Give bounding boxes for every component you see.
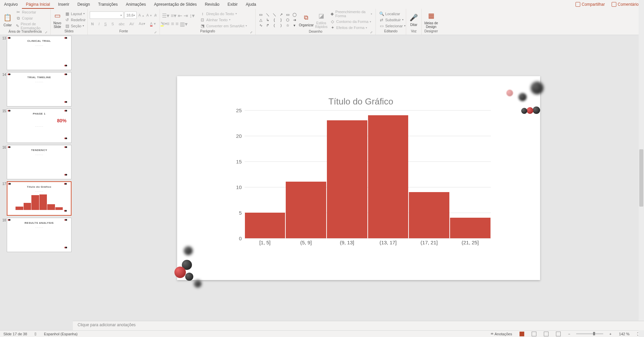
shape-hex-icon[interactable]: ⬡ (285, 18, 291, 22)
increase-indent-button[interactable]: ⇥ (184, 12, 188, 19)
bullets-button[interactable]: ☰▾ (162, 12, 169, 19)
shadow-button[interactable]: abc (117, 22, 126, 26)
shape-curve-icon[interactable]: ∿ (258, 23, 264, 28)
view-sorter-button[interactable] (530, 332, 538, 336)
shape-brace2-icon[interactable]: } (278, 18, 284, 22)
accessibility-button[interactable]: ▯ (33, 332, 38, 336)
slide-thumbnail[interactable]: TRIAL TIMELINE─ ─ ─ ─ ─ (7, 72, 72, 106)
section-button[interactable]: ▤Seção▾ (63, 23, 87, 29)
dialog-launcher-icon[interactable]: ⤢ (250, 31, 253, 34)
shape-arrow-icon[interactable]: ↗ (278, 12, 284, 17)
replace-button[interactable]: ⇄Substituir▾ (378, 17, 407, 23)
tab-transicoes[interactable]: Transições (94, 0, 122, 9)
tab-apresentacao[interactable]: Apresentação de Slides (150, 0, 201, 9)
tab-ajuda[interactable]: Ajuda (242, 0, 260, 9)
notes-pane[interactable]: Clique para adicionar anotações (73, 321, 644, 330)
dialog-launcher-icon[interactable]: ⤢ (45, 31, 48, 34)
shape-fill-button[interactable]: ◆Preenchimento da Forma▾ (329, 9, 373, 18)
numbering-button[interactable]: ≡▾ (171, 12, 176, 19)
dialog-launcher-icon[interactable]: ⤢ (154, 31, 157, 34)
font-name-combo[interactable]: ▾ (90, 11, 123, 19)
shape-connector2-icon[interactable]: ↱ (264, 23, 271, 28)
slide-counter[interactable]: Slide 17 de 38 (2, 332, 28, 336)
zoom-out-button[interactable]: − (567, 332, 571, 336)
align-right-button[interactable]: ≡ (171, 21, 174, 27)
justify-button[interactable]: ≡ (175, 21, 178, 27)
dialog-launcher-icon[interactable]: ⤢ (370, 31, 373, 34)
change-case-button[interactable]: Aa▾ (137, 21, 146, 26)
slide-thumbnail[interactable]: TENDENCY─ ─ ─ ─ ─ (7, 145, 72, 179)
shape-tri-icon[interactable]: △ (258, 18, 264, 22)
shape-paren-icon[interactable]: ( (271, 23, 277, 28)
tab-inserir[interactable]: Inserir (54, 0, 73, 9)
tab-exibir[interactable]: Exibir (224, 0, 242, 9)
select-button[interactable]: ▭Selecionar▾ (378, 23, 407, 29)
slide-thumbnail[interactable]: CLINICAL TRIAL─ ─ ─ ─ ─ (7, 36, 72, 70)
paste-button[interactable]: 📋 Colar (2, 13, 13, 27)
convert-smartart-button[interactable]: ⬔Converter em SmartArt▾ (199, 23, 248, 29)
reset-button[interactable]: ↺Redefinir (63, 17, 87, 23)
chart-object[interactable]: Título do Gráfico 0510152025[1, 5](5, 9]… (231, 96, 491, 251)
align-left-button[interactable]: ≡ (162, 21, 165, 27)
underline-button[interactable]: S (103, 22, 108, 26)
shape-line-icon[interactable]: ＼ (264, 12, 271, 17)
clear-formatting-button[interactable]: A̷ (153, 13, 158, 18)
font-color-button[interactable]: A▾ (149, 21, 157, 27)
shape-oval-icon[interactable]: ◯ (291, 12, 298, 17)
arrange-button[interactable]: ⧉ Organizar (299, 13, 314, 27)
layout-button[interactable]: ▦Layout▾ (63, 11, 87, 17)
notes-toggle-button[interactable]: ≐Anotações (489, 332, 513, 336)
thumbnail-panel[interactable]: 13CLINICAL TRIAL─ ─ ─ ─ ─14TRIAL TIMELIN… (0, 35, 73, 330)
view-normal-button[interactable] (518, 332, 526, 336)
tab-pagina-inicial[interactable]: Página Inicial (22, 0, 54, 9)
cut-button[interactable]: ✂Recortar (15, 9, 48, 15)
line-spacing-button[interactable]: ↕▾ (189, 12, 195, 19)
dictate-button[interactable]: 🎤 Ditar (408, 13, 419, 27)
tab-design[interactable]: Design (73, 0, 94, 9)
text-direction-button[interactable]: ↕Direção do Texto▾ (199, 11, 248, 17)
tab-arquivo[interactable]: Arquivo (0, 0, 22, 9)
columns-button[interactable]: ▥▾ (180, 21, 188, 27)
increase-font-button[interactable]: A▴ (138, 13, 144, 17)
italic-button[interactable]: I (97, 22, 101, 26)
stage-scrollbar[interactable] (639, 35, 644, 321)
slide-thumbnail[interactable]: PHASE 180%─ ─ ─ ─ ─ (7, 109, 72, 143)
new-slide-button[interactable]: ▭ Novo Slide (53, 11, 62, 29)
tab-revisao[interactable]: Revisão (201, 0, 223, 9)
align-center-button[interactable]: ≡ (166, 21, 169, 27)
shape-arrow2-icon[interactable]: ➔ (291, 18, 298, 22)
zoom-slider[interactable] (576, 333, 603, 334)
find-button[interactable]: 🔍Localizar (378, 11, 407, 17)
quick-styles-button[interactable]: ◪ Estilos Rápidos (315, 11, 328, 29)
view-slideshow-button[interactable] (555, 332, 562, 336)
slide-canvas[interactable]: Título do Gráfico 0510152025[1, 5](5, 9]… (177, 76, 540, 280)
shape-brace-icon[interactable]: { (271, 18, 277, 22)
format-painter-button[interactable]: ✎Pincel de Formatação (15, 22, 48, 30)
strike-button[interactable]: S (110, 22, 115, 26)
shape-rect-icon[interactable]: ▭ (258, 12, 264, 17)
font-size-combo[interactable]: 18,6▾ (124, 11, 137, 19)
bold-button[interactable]: N (90, 22, 95, 26)
share-button[interactable]: Compartilhar (572, 2, 608, 7)
slide-thumbnail[interactable]: RESULTS ANALYSIS─ ─ ─ ─ ─ (7, 218, 72, 252)
view-reading-button[interactable] (542, 332, 550, 336)
shape-connector-icon[interactable]: ↳ (264, 18, 271, 22)
decrease-indent-button[interactable]: ⇤ (178, 12, 182, 19)
zoom-in-button[interactable]: + (608, 332, 613, 336)
shape-line2-icon[interactable]: ＼ (271, 12, 277, 17)
shape-paren2-icon[interactable]: ) (278, 23, 284, 28)
char-spacing-button[interactable]: AV (128, 22, 135, 26)
tab-animacoes[interactable]: Animações (122, 0, 150, 9)
slide-thumbnail[interactable]: Título do Gráfico─ ─ ─ ─ ─ (7, 181, 72, 216)
shape-star-icon[interactable]: ☆ (285, 23, 291, 28)
copy-button[interactable]: ⧉Copiar (15, 16, 48, 21)
shapes-gallery[interactable]: ▭＼＼↗▭◯ △↳{}⬡➔ ∿↱()☆▾ (258, 12, 298, 28)
shape-outline-button[interactable]: ◇Contorno da Forma▾ (329, 19, 373, 24)
language-status[interactable]: Espanhol (Espanha) (43, 332, 79, 336)
decrease-font-button[interactable]: A▾ (146, 13, 152, 17)
align-text-button[interactable]: ⊡Alinhar Texto▾ (199, 17, 248, 23)
design-ideas-button[interactable]: ▦ Ideias de Design (424, 11, 439, 29)
shape-rect2-icon[interactable]: ▭ (285, 12, 291, 17)
zoom-level[interactable]: 142 % (618, 332, 631, 336)
shape-more-icon[interactable]: ▾ (291, 23, 298, 28)
